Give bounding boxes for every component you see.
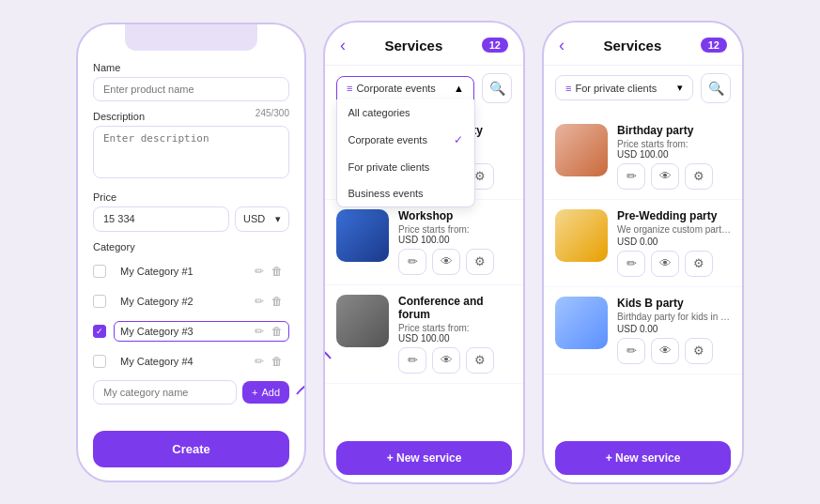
thumbnail-image (555, 209, 608, 262)
service-actions: ✏ 👁 ⚙ (617, 251, 731, 277)
category-checkbox[interactable] (93, 265, 106, 278)
settings-service-button[interactable]: ⚙ (685, 338, 713, 364)
service-name: Birthday party (617, 124, 731, 137)
service-price-label: Price starts from: (398, 323, 512, 333)
edit-service-button[interactable]: ✏ (617, 338, 645, 364)
trash-icon[interactable]: 🗑 (271, 355, 283, 368)
form-content: Name Description 245/300 Price USD ▾ Cat… (78, 51, 304, 420)
back-icon-3[interactable]: ‹ (559, 36, 565, 55)
category-actions: ✏ 🗑 (255, 265, 283, 278)
new-service-button-3[interactable]: + New service (555, 441, 731, 475)
category-item[interactable]: My Category #4 ✏ 🗑 (93, 346, 289, 376)
add-category-input[interactable] (93, 380, 237, 405)
view-service-button[interactable]: 👁 (432, 249, 460, 275)
service-info: Pre-Wedding party We organize custom par… (617, 209, 731, 277)
filter-row: ≡ Corporate events ▲ All categories Corp… (325, 66, 523, 111)
edit-service-button[interactable]: ✏ (398, 347, 426, 374)
services-title-3: Services (604, 38, 662, 53)
services-badge: 12 (482, 38, 508, 53)
dropdown-item-business[interactable]: Business events (337, 180, 474, 206)
dropdown-item-private[interactable]: For private clients (337, 154, 474, 180)
phone-edit-form: Name Description 245/300 Price USD ▾ Cat… (76, 23, 306, 482)
category-filter[interactable]: ≡ Corporate events ▲ All categories Corp… (336, 76, 474, 100)
filter-row-3: ≡ For private clients ▾ 🔍 (544, 66, 742, 111)
view-service-button[interactable]: 👁 (651, 251, 679, 277)
thumbnail-image (336, 209, 389, 262)
edit-service-button[interactable]: ✏ (398, 249, 426, 275)
filter-lines-icon: ≡ (347, 83, 352, 94)
category-list: My Category #1 ✏ 🗑 My Category #2 ✏ 🗑 ✓ … (93, 256, 289, 376)
category-item[interactable]: My Category #1 ✏ 🗑 (93, 256, 289, 286)
service-actions: ✏ 👁 ⚙ (617, 163, 731, 190)
category-name: My Category #4 (120, 356, 193, 367)
category-checkbox[interactable]: ✓ (93, 325, 106, 338)
name-label: Name (93, 62, 289, 73)
trash-icon[interactable]: 🗑 (271, 265, 283, 278)
category-name: My Category #1 (120, 266, 193, 277)
search-button[interactable]: 🔍 (482, 73, 512, 103)
edit-icon[interactable]: ✏ (255, 325, 264, 338)
edit-service-button[interactable]: ✏ (617, 163, 645, 190)
filter-lines-icon-3: ≡ (565, 83, 571, 94)
service-name: Workshop (398, 209, 512, 222)
settings-service-button[interactable]: ⚙ (466, 249, 494, 275)
category-item[interactable]: My Category #2 ✏ 🗑 (93, 286, 289, 316)
price-input[interactable] (93, 206, 229, 232)
service-info: Workshop Price starts from: USD 100.00 ✏… (398, 209, 512, 275)
edit-icon[interactable]: ✏ (255, 265, 264, 278)
edit-icon[interactable]: ✏ (255, 295, 264, 308)
view-service-button[interactable]: 👁 (651, 163, 679, 190)
service-price: USD 0.00 (617, 237, 731, 247)
service-actions: ✏ 👁 ⚙ (617, 338, 731, 364)
edit-icon[interactable]: ✏ (255, 355, 264, 368)
category-checkbox[interactable] (93, 295, 106, 308)
trash-icon[interactable]: 🗑 (271, 295, 283, 308)
view-service-button[interactable]: 👁 (432, 347, 460, 374)
service-item: Workshop Price starts from: USD 100.00 ✏… (325, 200, 523, 285)
desc-label-row: Description 245/300 (93, 101, 289, 126)
services-title: Services (385, 38, 443, 53)
desc-input[interactable] (93, 126, 289, 178)
dropdown-item-corporate[interactable]: Corporate events ✓ (337, 126, 474, 154)
check-icon: ✓ (454, 133, 463, 146)
phone-private-inner: ‹ Services 12 ≡ For private clients ▾ 🔍 … (544, 23, 742, 482)
add-category-button[interactable]: + Add (242, 381, 289, 404)
service-description: We organize custom parties (617, 224, 731, 235)
currency-select[interactable]: USD ▾ (235, 206, 289, 232)
back-icon[interactable]: ‹ (340, 36, 346, 55)
service-thumbnail (336, 209, 389, 262)
name-input[interactable] (93, 77, 289, 101)
category-item[interactable]: ✓ My Category #3 ✏ 🗑 (93, 316, 289, 346)
service-info: Birthday party Price starts from: USD 10… (617, 124, 731, 190)
dropdown-item-all[interactable]: All categories (337, 99, 474, 126)
char-count: 245/300 (255, 108, 289, 118)
category-filter-3[interactable]: ≡ For private clients ▾ (555, 75, 693, 100)
service-thumbnail (555, 209, 608, 262)
search-button-3[interactable]: 🔍 (701, 73, 731, 103)
category-dropdown: All categories Corporate events ✓ For pr… (336, 99, 475, 207)
create-button[interactable]: Create (93, 431, 289, 467)
filter-selected-value: Corporate events (356, 83, 454, 94)
service-actions: ✏ 👁 ⚙ (398, 347, 512, 374)
new-service-button[interactable]: + New service (336, 441, 512, 475)
edit-service-button[interactable]: ✏ (617, 251, 645, 277)
currency-value: USD (243, 213, 265, 224)
search-icon-3: 🔍 (708, 81, 724, 96)
dropdown-item-label: All categories (348, 107, 410, 118)
service-item: Kids B party Birthday party for kids in … (544, 287, 742, 374)
service-price-label: Price starts from: (617, 139, 731, 149)
trash-icon[interactable]: 🗑 (271, 325, 283, 338)
chevron-down-icon-3: ▾ (677, 82, 683, 94)
thumbnail-image (336, 295, 389, 347)
category-checkbox[interactable] (93, 355, 106, 368)
settings-service-button[interactable]: ⚙ (685, 251, 713, 277)
view-service-button[interactable]: 👁 (651, 338, 679, 364)
settings-service-button[interactable]: ⚙ (466, 347, 494, 374)
service-thumbnail (336, 295, 389, 347)
service-name: Kids B party (617, 297, 731, 310)
thumbnail-image (555, 124, 608, 176)
service-item: Birthday party Price starts from: USD 10… (544, 115, 742, 200)
settings-service-button[interactable]: ⚙ (685, 163, 713, 190)
category-name: My Category #2 (120, 296, 193, 307)
thumbnail-image (555, 297, 608, 349)
